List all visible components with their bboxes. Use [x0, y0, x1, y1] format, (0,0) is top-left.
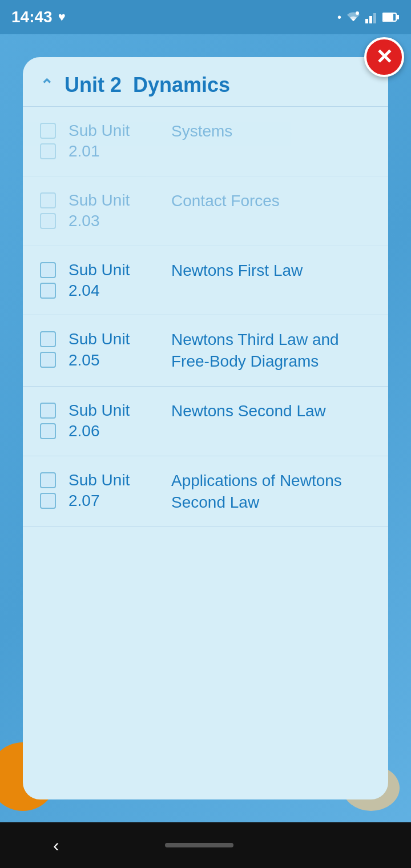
bottom-spacer	[23, 527, 388, 618]
checkbox-5b[interactable]	[40, 352, 56, 368]
sub-unit-id-label: Sub Unit2.07	[68, 470, 166, 512]
sub-unit-name: Applications of Newtons Second Law	[166, 470, 371, 513]
svg-rect-1	[365, 19, 368, 23]
checkbox-area	[40, 260, 63, 299]
list-item[interactable]: Sub Unit2.05 Newtons Third Law and Free-…	[23, 315, 388, 387]
home-indicator[interactable]	[165, 843, 233, 847]
checkbox-7a[interactable]	[40, 472, 56, 488]
svg-rect-6	[397, 15, 399, 19]
list-item[interactable]: Sub Unit2.04 Newtons First Law	[23, 246, 388, 316]
status-icons: •	[337, 11, 400, 24]
checkbox-7b[interactable]	[40, 493, 56, 509]
svg-rect-5	[383, 14, 393, 21]
status-bar: 14:43 ♥ •	[0, 0, 411, 34]
checkbox-5a[interactable]	[40, 331, 56, 347]
checkbox-3b[interactable]	[40, 213, 56, 229]
svg-rect-2	[369, 16, 372, 23]
chevron-up-icon[interactable]: ⌃	[40, 76, 53, 95]
checkbox-4b[interactable]	[40, 283, 56, 299]
svg-point-0	[356, 11, 359, 15]
list-item[interactable]: Sub Unit2.07 Applications of Newtons Sec…	[23, 456, 388, 528]
sub-unit-id-label: Sub Unit2.03	[68, 190, 166, 232]
modal-header: ⌃ Unit 2 Dynamics	[23, 57, 388, 107]
wifi-icon	[345, 11, 362, 23]
unit-name: Dynamics	[133, 73, 230, 97]
unit-label: Unit 2	[65, 73, 122, 97]
checkbox-area	[40, 470, 63, 509]
sub-unit-name: Contact Forces	[166, 190, 371, 212]
heart-icon: ♥	[58, 10, 66, 25]
signal-icon	[365, 11, 379, 23]
list-item[interactable]: Sub Unit2.06 Newtons Second Law	[23, 387, 388, 456]
sub-unit-name: Newtons Second Law	[166, 400, 371, 422]
sub-unit-name: Newtons Third Law and Free-Body Diagrams	[166, 329, 371, 372]
checkbox-6a[interactable]	[40, 403, 56, 419]
sub-unit-id-label: Sub Unit2.04	[68, 260, 166, 302]
sub-unit-name: Systems	[166, 120, 371, 142]
battery-icon	[382, 12, 400, 22]
sub-unit-name: Newtons First Law	[166, 260, 371, 282]
list-item[interactable]: Sub Unit2.01 Systems	[23, 107, 388, 176]
checkbox-3a[interactable]	[40, 192, 56, 208]
close-icon: ✕	[376, 47, 393, 67]
checkbox-area	[40, 329, 63, 368]
checkbox-area	[40, 190, 63, 229]
svg-rect-3	[373, 13, 376, 23]
sub-unit-id-label: Sub Unit2.01	[68, 120, 166, 162]
modal-card: ⌃ Unit 2 Dynamics Sub Unit2.01 Systems S…	[23, 57, 388, 799]
list-item[interactable]: Sub Unit2.03 Contact Forces	[23, 176, 388, 246]
back-button[interactable]: ‹	[53, 835, 59, 856]
status-time-area: 14:43 ♥	[11, 8, 66, 26]
close-button[interactable]: ✕	[364, 37, 404, 77]
checkbox-area	[40, 400, 63, 439]
checkbox-area	[40, 120, 63, 159]
checkbox-1b[interactable]	[40, 143, 56, 159]
dot-icon: •	[337, 11, 341, 24]
checkbox-1a[interactable]	[40, 123, 56, 139]
nav-bar: ‹	[0, 822, 411, 868]
checkbox-6b[interactable]	[40, 423, 56, 439]
sub-units-list: Sub Unit2.01 Systems Sub Unit2.03 Contac…	[23, 107, 388, 799]
sub-unit-id-label: Sub Unit2.05	[68, 329, 166, 371]
sub-unit-id-label: Sub Unit2.06	[68, 400, 166, 442]
checkbox-4a[interactable]	[40, 262, 56, 278]
time-display: 14:43	[11, 8, 53, 26]
